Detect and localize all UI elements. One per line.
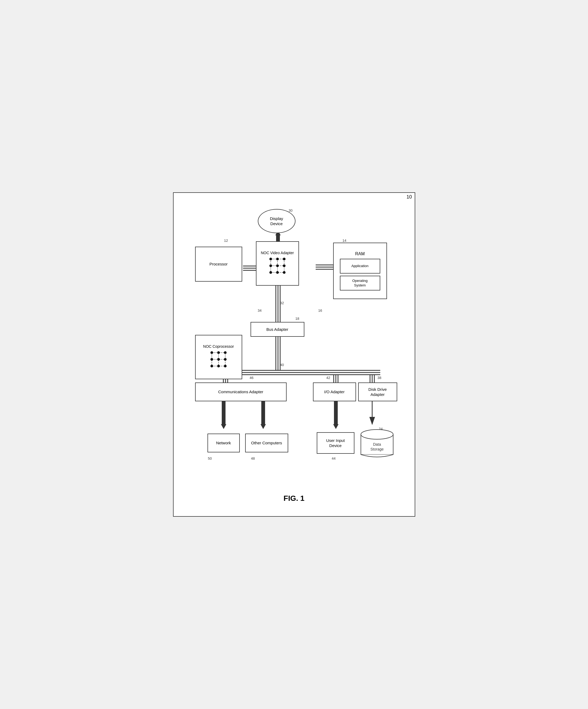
svg-point-72 bbox=[224, 351, 227, 354]
svg-point-59 bbox=[276, 264, 279, 267]
disk-drive-adapter-box: Disk Drive Adapter bbox=[358, 383, 397, 401]
other-computers-label: Other Computers bbox=[251, 440, 282, 446]
svg-point-63 bbox=[283, 271, 285, 274]
ref-14: 14 bbox=[342, 239, 346, 243]
application-label: Application bbox=[352, 264, 369, 268]
svg-marker-47 bbox=[333, 424, 338, 429]
communications-adapter-box: Communications Adapter bbox=[195, 383, 287, 401]
ref-16: 16 bbox=[318, 309, 322, 313]
ref-34: 34 bbox=[258, 309, 261, 313]
processor-box: Processor bbox=[195, 247, 242, 282]
ram-label: RAM bbox=[336, 251, 384, 257]
ref-32: 32 bbox=[280, 301, 284, 305]
ref-12: 12 bbox=[224, 239, 228, 243]
noc-video-adapter-box: NOC Video Adapter bbox=[256, 241, 299, 286]
svg-point-77 bbox=[217, 365, 220, 367]
ref-42: 42 bbox=[327, 376, 330, 380]
svg-point-74 bbox=[217, 358, 220, 361]
svg-point-76 bbox=[210, 365, 213, 367]
svg-point-71 bbox=[217, 351, 220, 354]
communications-adapter-label: Communications Adapter bbox=[218, 389, 263, 395]
data-storage-container: Data Storage bbox=[358, 429, 396, 458]
ref-38: 38 bbox=[378, 376, 381, 380]
user-input-device-box: User Input Device bbox=[317, 432, 354, 454]
display-device-label: Display Device bbox=[270, 216, 283, 227]
svg-point-78 bbox=[224, 365, 227, 367]
noc-video-grid bbox=[268, 256, 287, 275]
svg-point-80 bbox=[361, 429, 393, 439]
noc-coprocessor-box: NOC Coprocessor bbox=[195, 335, 242, 379]
ref-18: 18 bbox=[296, 317, 299, 321]
ref-48: 48 bbox=[251, 456, 255, 461]
svg-point-55 bbox=[270, 258, 272, 260]
application-box: Application bbox=[340, 259, 380, 273]
svg-point-70 bbox=[210, 351, 213, 354]
display-device-box: Display Device bbox=[258, 209, 296, 233]
ref-40: 40 bbox=[280, 363, 284, 367]
svg-marker-44 bbox=[260, 424, 266, 429]
io-adapter-label: I/O Adapter bbox=[324, 389, 345, 395]
noc-coprocessor-label: NOC Coprocessor bbox=[203, 344, 234, 349]
ram-box: RAM Application Operating System bbox=[333, 243, 387, 299]
bus-adapter-box: Bus Adapter bbox=[251, 322, 304, 337]
bus-adapter-label: Bus Adapter bbox=[266, 327, 288, 332]
svg-point-73 bbox=[210, 358, 213, 361]
svg-point-57 bbox=[283, 258, 285, 260]
ref-46: 46 bbox=[250, 376, 254, 380]
svg-marker-41 bbox=[221, 424, 226, 429]
svg-point-62 bbox=[276, 271, 279, 274]
network-label: Network bbox=[216, 440, 231, 446]
operating-system-label: Operating System bbox=[352, 279, 367, 288]
svg-text:Data: Data bbox=[373, 442, 381, 446]
operating-system-box: Operating System bbox=[340, 276, 380, 290]
svg-point-75 bbox=[224, 358, 227, 361]
corner-ref-label: 10 bbox=[406, 194, 412, 200]
svg-point-58 bbox=[270, 264, 272, 267]
io-adapter-box: I/O Adapter bbox=[313, 383, 356, 401]
network-box: Network bbox=[207, 434, 240, 452]
data-storage-svg: Data Storage bbox=[358, 429, 396, 458]
svg-point-56 bbox=[276, 258, 279, 260]
noc-video-adapter-label: NOC Video Adapter bbox=[261, 251, 294, 255]
other-computers-box: Other Computers bbox=[245, 434, 288, 452]
user-input-device-label: User Input Device bbox=[326, 438, 345, 448]
fig-number: FIG. 1 bbox=[182, 494, 407, 503]
processor-label: Processor bbox=[209, 261, 228, 267]
svg-point-60 bbox=[283, 264, 285, 267]
svg-point-61 bbox=[270, 271, 272, 274]
diagram: 30 26 12 14 20 22 18 32 34 16 36 28 40 4… bbox=[184, 204, 405, 486]
disk-drive-adapter-label: Disk Drive Adapter bbox=[368, 387, 387, 397]
noc-coprocessor-grid bbox=[209, 350, 228, 369]
svg-text:Storage: Storage bbox=[370, 447, 383, 451]
ref-50: 50 bbox=[208, 456, 212, 461]
ref-44: 44 bbox=[332, 456, 336, 461]
page: 10 bbox=[173, 192, 415, 517]
